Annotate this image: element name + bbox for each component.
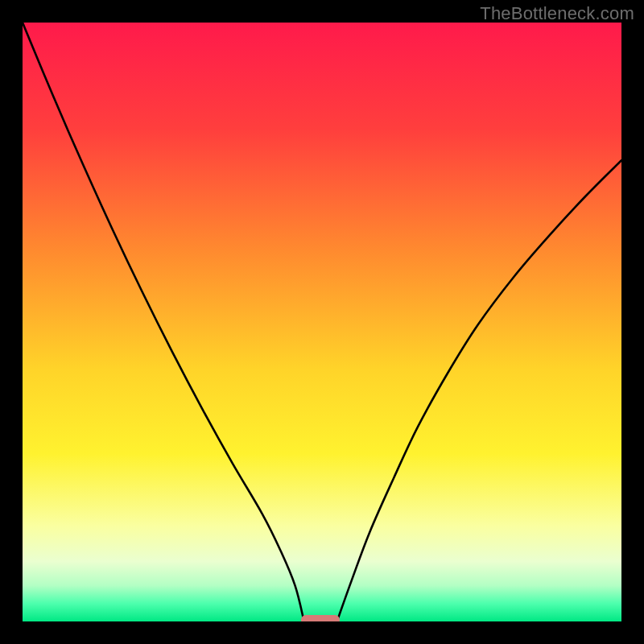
watermark-text: TheBottleneck.com — [480, 3, 634, 24]
chart-frame: TheBottleneck.com — [0, 0, 644, 644]
right-curve — [337, 160, 621, 621]
bottleneck-marker — [301, 615, 340, 621]
left-curve — [23, 23, 304, 621]
plot-area — [23, 23, 621, 621]
curves-svg — [23, 23, 621, 621]
